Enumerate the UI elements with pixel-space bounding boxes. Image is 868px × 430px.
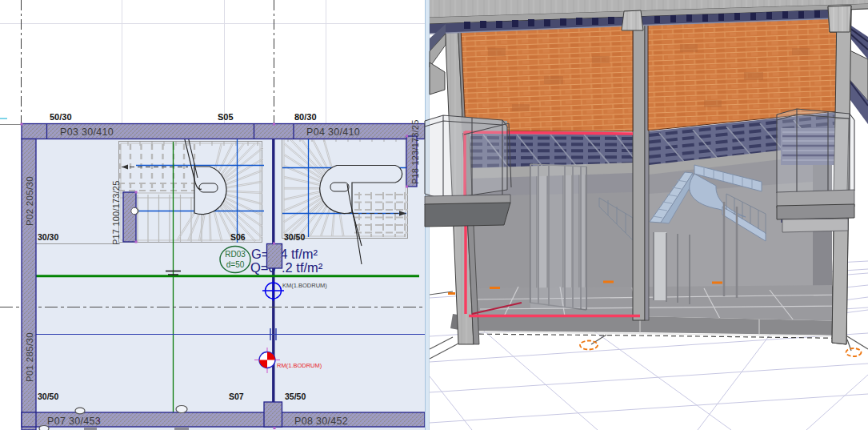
svg-text:.2 tf/m²: .2 tf/m² [282,260,323,275]
svg-text:35/50: 35/50 [285,392,306,401]
svg-text:P04 30/410: P04 30/410 [306,127,360,138]
svg-text:KM(1.BODRUM): KM(1.BODRUM) [282,282,327,289]
svg-text:RM(1.BODRUM): RM(1.BODRUM) [277,362,322,369]
svg-text:30/50: 30/50 [284,232,305,242]
svg-text:P01 285/30: P01 285/30 [25,332,34,382]
svg-text:d=50: d=50 [226,260,245,269]
svg-text:RD03: RD03 [225,250,246,259]
svg-text:S06: S06 [230,232,246,242]
svg-text:P07 30/453: P07 30/453 [47,416,101,427]
svg-text:80/30: 80/30 [294,112,317,122]
svg-text:S07: S07 [229,392,244,401]
svg-text:P02 205/30: P02 205/30 [25,176,34,226]
svg-text:50/30: 50/30 [50,112,72,122]
svg-text:P03 30/410: P03 30/410 [60,127,114,138]
svg-text:30/30: 30/30 [38,232,58,242]
svg-text:30/50: 30/50 [38,392,58,401]
svg-text:G=0.4 tf/m²: G=0.4 tf/m² [251,247,318,261]
svg-text:S05: S05 [218,112,234,122]
svg-text:P18 123/173/25: P18 123/173/25 [410,120,420,184]
svg-text:P17 100/173/25: P17 100/173/25 [111,181,121,245]
svg-text:P08 30/452: P08 30/452 [294,416,348,427]
